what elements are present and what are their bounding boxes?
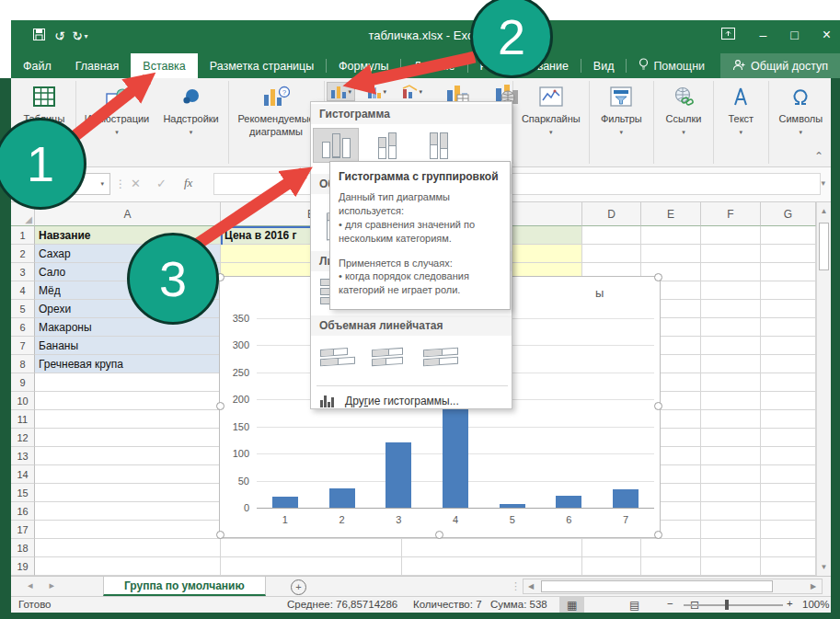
cell-E1[interactable] xyxy=(641,226,701,245)
cell-F9[interactable] xyxy=(701,373,761,392)
filters-button[interactable]: Фильтры ▾ xyxy=(592,78,651,166)
zoom-slider-track[interactable] xyxy=(684,604,783,606)
cell-G7[interactable] xyxy=(761,337,816,355)
chart-selection-handle[interactable] xyxy=(435,531,443,539)
insert-combo-chart-button[interactable]: ▾ xyxy=(398,82,427,101)
row-header-19[interactable]: 19 xyxy=(11,557,35,576)
cell-D1[interactable] xyxy=(582,226,641,245)
cell-B19[interactable] xyxy=(221,557,402,576)
cell-F3[interactable] xyxy=(701,263,761,281)
cell-D2[interactable] xyxy=(582,245,641,263)
view-normal-button[interactable]: ▦ xyxy=(559,597,584,613)
horizontal-scroll-thumb[interactable] xyxy=(541,580,773,592)
cell-F10[interactable] xyxy=(701,392,761,410)
ribbon-display-options-icon[interactable] xyxy=(721,27,735,43)
row-header-4[interactable]: 4 xyxy=(11,281,35,300)
chart-selection-handle[interactable] xyxy=(654,531,662,539)
cell-G17[interactable] xyxy=(761,521,816,539)
column-header-E[interactable]: E xyxy=(641,202,701,226)
cell-A11[interactable] xyxy=(35,410,221,429)
cell-F18[interactable] xyxy=(701,539,761,557)
tab-data[interactable]: Данные xyxy=(401,53,466,78)
column-header-F[interactable]: F xyxy=(701,202,761,226)
text-button[interactable]: Текст ▾ xyxy=(716,78,766,166)
chart-selection-handle[interactable] xyxy=(216,531,224,539)
cell-G2[interactable] xyxy=(761,245,816,263)
share-button[interactable]: Общий доступ xyxy=(720,53,840,78)
maximize-button[interactable]: □ xyxy=(790,26,798,44)
cell-G4[interactable] xyxy=(761,281,816,300)
cell-A18[interactable] xyxy=(35,539,221,557)
formula-bar-splitter-icon[interactable]: ⋮ xyxy=(115,178,126,190)
cell-F16[interactable] xyxy=(701,502,761,521)
cell-G18[interactable] xyxy=(761,539,816,557)
cell-A19[interactable] xyxy=(35,557,221,576)
stacked-column-option[interactable] xyxy=(364,128,410,163)
row-header-5[interactable]: 5 xyxy=(11,300,35,318)
cell-G6[interactable] xyxy=(761,318,816,337)
links-button[interactable]: Ссылки ▾ xyxy=(656,78,711,166)
chart-selection-handle[interactable] xyxy=(654,273,662,281)
bar-3d-clustered-option[interactable] xyxy=(313,343,359,384)
insert-function-icon[interactable]: fx xyxy=(184,176,192,190)
cell-G13[interactable] xyxy=(761,447,816,465)
insert-column-chart-button[interactable]: ▾ xyxy=(327,82,356,101)
cell-B18[interactable] xyxy=(221,539,402,557)
row-header-2[interactable]: 2 xyxy=(11,245,35,263)
row-header-12[interactable]: 12 xyxy=(11,429,35,447)
cell-G12[interactable] xyxy=(761,429,816,447)
cell-D19[interactable] xyxy=(582,557,641,576)
minimize-button[interactable]: – xyxy=(759,26,766,44)
more-histograms-item[interactable]: Другие гистограммы... xyxy=(311,389,512,413)
row-header-18[interactable]: 18 xyxy=(11,539,35,557)
sparklines-button[interactable]: Спарклайны ▾ xyxy=(515,78,587,166)
close-button[interactable]: × xyxy=(823,26,831,44)
horizontal-scrollbar[interactable]: ◀ ▶ xyxy=(523,579,823,594)
scroll-right-icon[interactable]: ▶ xyxy=(807,582,820,590)
vertical-scroll-thumb[interactable] xyxy=(819,223,829,270)
stacked-100-column-option[interactable] xyxy=(416,128,462,163)
collapse-ribbon-icon[interactable]: ⌃ xyxy=(814,150,823,163)
cell-A8[interactable]: Гречневая крупа xyxy=(35,355,221,373)
cell-E18[interactable] xyxy=(641,539,701,557)
cell-A15[interactable] xyxy=(35,484,221,502)
tab-formulas[interactable]: Формулы xyxy=(327,53,400,78)
zoom-level[interactable]: 100% xyxy=(802,599,829,610)
cell-F1[interactable] xyxy=(701,226,761,245)
cell-A10[interactable] xyxy=(35,392,221,410)
sheet-tab-active[interactable]: Группа по умолчанию xyxy=(103,577,266,596)
cell-A16[interactable] xyxy=(35,502,221,521)
cell-F11[interactable] xyxy=(701,410,761,429)
cell-F7[interactable] xyxy=(701,337,761,355)
row-header-7[interactable]: 7 xyxy=(11,337,35,355)
cell-F12[interactable] xyxy=(701,429,761,447)
cell-E19[interactable] xyxy=(641,557,701,576)
cell-F19[interactable] xyxy=(701,557,761,576)
tab-insert[interactable]: Вставка xyxy=(131,53,197,78)
column-header-D[interactable]: D xyxy=(582,202,641,226)
row-header-3[interactable]: 3 xyxy=(11,263,35,281)
cell-A9[interactable] xyxy=(35,373,221,392)
range-corner-handle[interactable] xyxy=(218,224,223,229)
row-header-9[interactable]: 9 xyxy=(11,373,35,392)
cell-F17[interactable] xyxy=(701,521,761,539)
cell-F15[interactable] xyxy=(701,484,761,502)
scroll-up-icon[interactable]: ▲ xyxy=(817,207,831,215)
tab-page-layout[interactable]: Разметка страницы xyxy=(198,53,326,78)
next-sheet-icon[interactable]: ▸ xyxy=(50,579,55,591)
tab-view[interactable]: Вид xyxy=(581,53,627,78)
row-header-13[interactable]: 13 xyxy=(11,447,35,465)
cell-G1[interactable] xyxy=(761,226,816,245)
name-box-caret-icon[interactable]: ▾ xyxy=(100,180,104,188)
addins-button[interactable]: Надстройки ▾ xyxy=(156,78,226,166)
cell-G14[interactable] xyxy=(761,465,816,484)
recommended-charts-button[interactable]: ? Рекомендуемые диаграммы xyxy=(230,78,321,166)
view-page-layout-button[interactable]: ▤ xyxy=(622,597,647,613)
row-header-11[interactable]: 11 xyxy=(11,410,35,429)
row-header-17[interactable]: 17 xyxy=(11,521,35,539)
scroll-down-icon[interactable]: ▼ xyxy=(817,563,831,571)
formula-input[interactable] xyxy=(213,173,821,195)
cell-G8[interactable] xyxy=(761,355,816,373)
scroll-left-icon[interactable]: ◀ xyxy=(524,582,538,590)
cell-G16[interactable] xyxy=(761,502,816,521)
